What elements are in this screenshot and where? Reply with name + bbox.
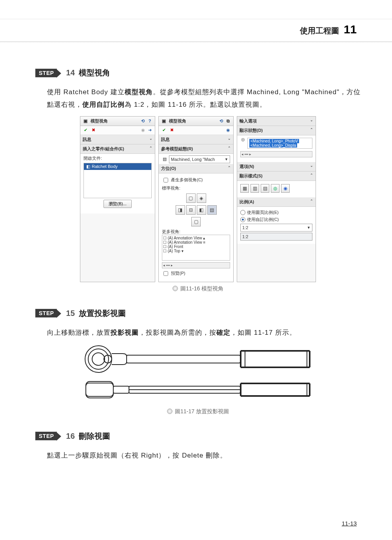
page-number: 11-13 [342,520,357,527]
cancel-icon[interactable]: ✖ [169,128,174,133]
import-options-section[interactable]: 輸入選項⌄ [237,117,316,126]
step-number: 16 [66,432,75,441]
open-docs-list[interactable]: ◧ Ratchet Body [83,163,152,198]
multi-view-checkbox[interactable]: 產生多個視角(C) [162,177,230,184]
header-title: 使用工程圖 11 [300,23,357,36]
chapter-number: 11 [344,23,357,36]
style-hidden-icon[interactable]: ▥ [250,184,259,193]
insert-part-section[interactable]: 插入之零件/組合件(E)⌃ [80,144,155,154]
display-state-section[interactable]: 顯示狀態(D)⌃ [237,126,316,135]
step-number: 15 [66,309,75,318]
svg-rect-14 [240,384,310,396]
ratchet-side-view [76,374,319,405]
step-14-heading: STEP 14 模型視角 [35,68,110,78]
display-style-buttons: ▦ ▥ ▤ ◍ ◉ [240,184,312,193]
style-hlr-icon[interactable]: ▤ [261,184,269,193]
crop-icon[interactable]: ⧉ [225,118,231,124]
svg-rect-10 [86,381,113,398]
ok-icon[interactable]: ✔ [83,128,88,133]
view-back-icon[interactable]: ▤ [207,205,217,215]
more-views-label: 更多視角: [162,229,230,235]
use-custom-scale-radio[interactable]: 使用自訂比例(C) [240,217,312,223]
info-section[interactable]: 訊息⌄ [159,135,233,144]
step-badge: STEP [35,432,57,440]
info-section[interactable]: 訊息⌄ [80,135,155,144]
scale-combo[interactable]: 1:2▼ [240,224,312,232]
caption-bullet-icon [172,286,178,291]
step-15-heading: STEP 15 放置投影視圖 [35,308,126,319]
step-16-paragraph: 點選上一步驟原始視圖（右視 Right），按 Delete 刪除。 [47,449,361,462]
figure-11-17-caption: 圖11-17 放置投影視圖 [35,408,361,415]
ref-config-section[interactable]: 參考模型組態(R)⌃ [159,144,233,154]
svg-rect-11 [113,386,129,393]
config-combo[interactable]: Machined, Long "Mach▼ [169,155,230,163]
next-icon[interactable]: ➜ [147,128,152,133]
svg-rect-4 [127,355,240,363]
prev-icon[interactable]: ◉ [140,128,146,133]
std-view-label: 標準視角: [162,185,230,191]
display-style-section[interactable]: 顯示樣式(S)⌃ [237,171,316,181]
use-page-scale-radio[interactable]: 使用圖頁比例(E) [240,210,312,215]
std-view-buttons: ▢ ◈ [162,193,230,203]
figure-11-16: ▣ 模型視角 ⟲ ? ✔ ✖ ◉ ➜ [35,116,361,282]
h-scrollbar[interactable]: ◂ ▪▪▪ ▸ [240,151,312,157]
view-bottom-icon[interactable]: ▢ [191,217,201,226]
ok-icon[interactable]: ✔ [161,128,167,133]
panel-model-view-right: 輸入選項⌄ 顯示狀態(D)⌃ ◎ <Machined, Long>_PhotoV… [237,116,316,282]
style-wire-icon[interactable]: ▦ [240,184,249,193]
model-view-icon: ▣ [161,118,167,124]
view-right-icon[interactable]: ◧ [197,205,206,215]
step-title: 模型視角 [79,68,110,78]
panel-model-view-left: ▣ 模型視角 ⟲ ? ✔ ✖ ◉ ➜ [80,116,155,282]
h-scrollbar[interactable]: ◂ ▪▪▪ ▸ [162,262,230,268]
svg-rect-5 [240,351,310,367]
header-text: 使用工程圖 [300,26,339,36]
style-shaded-icon[interactable]: ◉ [281,184,290,193]
caption-bullet-icon [167,409,172,414]
view-iso-icon[interactable]: ◈ [197,193,206,203]
browse-button[interactable]: 瀏覽(B)... [103,200,132,208]
scale-dropdown[interactable]: 1:2 [240,233,312,241]
open-doc-label: 開啟文件: [83,155,152,161]
back-icon[interactable]: ◉ [225,128,231,133]
more-views-list[interactable]: ☐ (A) Annotation View ▴ ☐ (A) Annotation… [162,235,230,261]
step-15-paragraph: 向上移動游標，放置投影視圖，投影視圖為所需的，按確定，如圖 11-17 所示。 [47,327,361,339]
svg-point-2 [92,353,105,365]
panel-title: 模型視角 [169,118,186,124]
panel-header: ▣ 模型視角 ⟲ ⧉ [159,117,233,126]
help-icon[interactable]: ? [147,118,152,124]
step-title: 刪除視圖 [79,431,110,441]
part-icon: ◧ [86,164,90,169]
step-14-paragraph: 使用 Ratchet Body 建立模型視角。從參考模型組態列表中選擇 Mach… [47,86,361,111]
orientation-section[interactable]: 方位(O)⌃ [159,164,233,173]
svg-rect-6 [241,350,309,368]
step-badge: STEP [35,309,57,317]
display-state-icon: ◎ [240,137,246,142]
cancel-icon[interactable]: ✖ [91,128,96,133]
model-view-icon: ▣ [83,118,88,124]
svg-rect-9 [86,383,113,396]
figure-11-17 [76,344,319,405]
ratchet-top-view [76,344,319,374]
config-icon: ▧ [162,157,167,162]
svg-rect-15 [241,383,309,396]
list-item-selected[interactable]: ◧ Ratchet Body [84,163,151,170]
figure-11-16-caption: 圖11-16 模型視角 [35,285,361,292]
panel-header: ▣ 模型視角 ⟲ ? [80,117,155,126]
style-shaded-edges-icon[interactable]: ◍ [271,184,279,193]
step-badge: STEP [35,69,57,77]
view-front-icon[interactable]: ▢ [186,193,196,203]
pin-icon[interactable]: ⟲ [140,118,146,124]
preview-checkbox[interactable]: 預覽(P) [162,270,230,277]
options-section[interactable]: 選項(N)⌄ [237,162,316,171]
panel-title: 模型視角 [91,118,108,124]
svg-point-1 [88,349,109,369]
step-title: 放置投影視圖 [79,308,126,319]
pin-icon[interactable]: ⟲ [219,118,224,124]
svg-point-0 [85,346,112,372]
scale-section[interactable]: 比例(A)⌃ [237,197,316,207]
view-top-icon[interactable]: ⊟ [186,205,196,215]
panel-model-view-mid: ▣ 模型視角 ⟲ ⧉ ✔ ✖ ◉ 訊息⌄ [158,116,234,282]
display-state-list[interactable]: <Machined, Long>_PhotoV <Machined, Long>… [247,138,312,149]
view-left-icon[interactable]: ◨ [176,205,185,215]
